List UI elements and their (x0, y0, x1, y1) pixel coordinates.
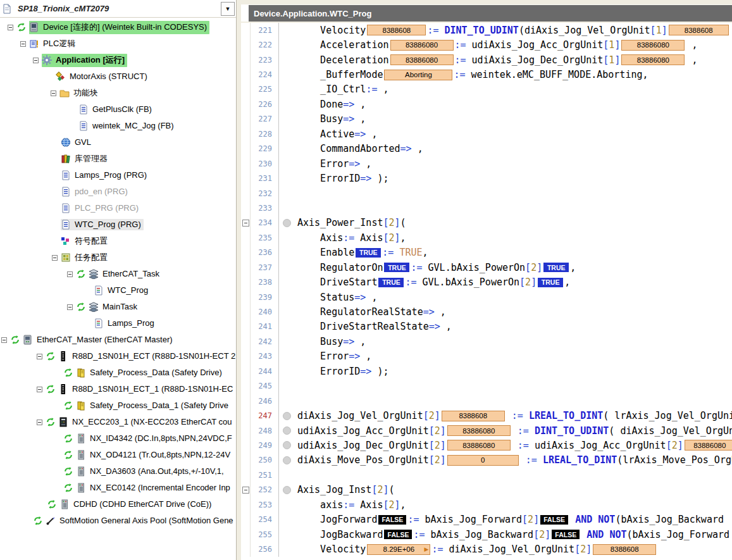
breakpoint-margin[interactable] (279, 453, 295, 468)
tree-item[interactable]: WTC_Prog (PRG) (0, 216, 236, 233)
breakpoint-margin[interactable] (279, 171, 295, 185)
monitor-value-box[interactable]: 83886080 (447, 425, 511, 436)
breakpoint-margin[interactable] (279, 127, 295, 141)
tree-item[interactable]: SoftMotion General Axis Pool (SoftMotion… (0, 513, 236, 529)
breakpoint-margin[interactable] (279, 53, 295, 67)
tree-item[interactable]: MainTask (0, 299, 236, 315)
breakpoint-bullet[interactable] (283, 412, 291, 420)
breakpoint-bullet[interactable] (283, 456, 291, 464)
code-editor[interactable]: 221 Velocity8388608:= DINT_TO_UDINT(diAx… (241, 23, 732, 560)
breakpoint-margin[interactable] (279, 156, 295, 171)
tree-item[interactable]: 符号配置 (0, 233, 236, 249)
breakpoint-margin[interactable] (279, 423, 295, 438)
monitor-value-box[interactable]: 83886080 (447, 440, 511, 451)
tree-item[interactable]: NX_OD4121 (Tr.Out,8pts,NPN,12-24V (0, 447, 236, 463)
breakpoint-margin[interactable] (279, 142, 295, 156)
tree-item[interactable]: CDHD (CDHD EtherCAT Drive (CoE)) (0, 496, 236, 513)
breakpoint-margin[interactable] (279, 497, 295, 512)
fold-toggle[interactable] (242, 220, 249, 227)
project-selector[interactable]: SP18_Trionix_cMT2079 ▼ (0, 0, 236, 18)
breakpoint-margin[interactable] (279, 230, 295, 245)
monitor-false-box[interactable]: FALSE (384, 530, 412, 539)
monitor-true-box[interactable]: TRUE (384, 263, 409, 272)
tree-item[interactable]: Lamps_Prog (PRG) (0, 167, 236, 184)
breakpoint-margin[interactable] (279, 112, 295, 127)
tree-item[interactable]: NX_ID4342 (DC.In,8pts,NPN,24VDC,F (0, 430, 236, 447)
tree-item[interactable]: Device [连接的] (Weintek Built-in CODESYS) (0, 19, 236, 35)
collapse-toggle[interactable] (67, 271, 73, 277)
monitor-false-box[interactable]: FALSE (378, 515, 406, 525)
tree-item[interactable]: 功能块 (0, 85, 236, 101)
breakpoint-margin[interactable] (279, 349, 295, 364)
collapse-toggle[interactable] (37, 354, 42, 359)
breakpoint-margin[interactable] (279, 408, 295, 423)
tree-item[interactable]: PLC_PRG (PRG) (0, 200, 236, 216)
monitor-value-box[interactable]: 8388608 (593, 544, 656, 555)
monitor-value-box[interactable]: 83886080 (621, 40, 685, 51)
breakpoint-margin[interactable] (279, 394, 295, 408)
collapse-toggle[interactable] (20, 41, 26, 47)
tree-item[interactable]: EtherCAT_Task (0, 266, 236, 282)
tree-item[interactable]: NX_ECC203_1 (NX-ECC203 EtherCAT cou (0, 414, 236, 430)
breakpoint-margin[interactable] (279, 290, 295, 304)
tree-item[interactable]: GetPlusClk (FB) (0, 101, 236, 118)
breakpoint-margin[interactable] (279, 304, 295, 319)
monitor-false-box[interactable]: FALSE (552, 530, 580, 539)
breakpoint-margin[interactable] (279, 334, 295, 349)
breakpoint-margin[interactable] (279, 186, 295, 201)
monitor-value-box[interactable]: 8.29E+06▶ (367, 544, 430, 555)
breakpoint-margin[interactable] (279, 468, 295, 482)
tree-item[interactable]: Lamps_Prog (0, 315, 236, 332)
breakpoint-margin[interactable] (279, 483, 295, 497)
monitor-value-box[interactable]: 8388608 (367, 25, 426, 35)
collapse-toggle[interactable] (37, 420, 42, 425)
tree-item[interactable]: R88D_1SN01H_ECT_1 (R88D-1SN01H-EC (0, 381, 236, 397)
collapse-toggle[interactable] (8, 25, 13, 30)
tree-item[interactable]: WTC_Prog (0, 282, 236, 299)
tree-item[interactable]: Safety_Process_Data (Safety Drive) (0, 364, 236, 381)
collapse-toggle[interactable] (52, 255, 58, 261)
breakpoint-margin[interactable] (279, 201, 295, 215)
breakpoint-margin[interactable] (279, 82, 295, 97)
monitor-value-box[interactable]: 0 (447, 455, 519, 466)
monitor-true-box[interactable]: TRUE (538, 278, 563, 287)
tree-item[interactable]: EtherCAT_Master (EtherCAT Master) (0, 332, 236, 348)
tree-item[interactable]: Safety_Process_Data_1 (Safety Drive (0, 397, 236, 414)
tree-item[interactable]: PLC逻辑 (0, 35, 236, 52)
breakpoint-margin[interactable] (279, 320, 295, 334)
breakpoint-margin[interactable] (279, 67, 295, 82)
tree-item[interactable]: 库管理器 (0, 151, 236, 167)
monitor-value-box[interactable]: 83886080 (390, 54, 454, 65)
breakpoint-bullet[interactable] (283, 219, 291, 227)
tree-item[interactable]: NX_DA3603 (Ana.Out,4pts,+/-10V,1, (0, 463, 236, 480)
tree-item[interactable]: pdo_en (PRG) (0, 184, 236, 200)
breakpoint-margin[interactable] (279, 275, 295, 289)
breakpoint-margin[interactable] (279, 438, 295, 452)
monitor-value-box[interactable]: 83886080 (390, 40, 454, 51)
collapse-toggle[interactable] (37, 387, 42, 392)
fold-toggle[interactable] (242, 487, 249, 494)
breakpoint-margin[interactable] (279, 364, 295, 378)
monitor-value-box[interactable]: 8388608 (442, 411, 505, 421)
tree-item[interactable]: weintek_MC_Jog (FB) (0, 118, 236, 134)
breakpoint-bullet[interactable] (283, 441, 291, 449)
breakpoint-margin[interactable] (279, 23, 295, 37)
monitor-value-box[interactable]: 83886080 (621, 54, 685, 65)
monitor-value-box[interactable]: 83886080 (685, 440, 732, 451)
tree-item[interactable]: GVL (0, 134, 236, 151)
breakpoint-margin[interactable] (279, 542, 295, 556)
breakpoint-margin[interactable] (279, 216, 295, 230)
monitor-true-box[interactable]: TRUE (543, 263, 569, 272)
collapse-toggle[interactable] (51, 90, 56, 96)
project-dropdown-button[interactable]: ▼ (221, 2, 235, 16)
monitor-value-box[interactable]: 8388608 (669, 25, 729, 35)
tree-item[interactable]: 任务配置 (0, 249, 236, 266)
tree-item[interactable]: Application [运行] (0, 52, 236, 68)
editor-tab-bar[interactable]: Device.Application.WTC_Prog (249, 4, 732, 22)
monitor-true-box[interactable]: TRUE (356, 248, 381, 258)
collapse-toggle[interactable] (33, 58, 39, 63)
breakpoint-margin[interactable] (279, 246, 295, 260)
breakpoint-margin[interactable] (279, 379, 295, 394)
tree-item[interactable]: R88D_1SN01H_ECT (R88D-1SN01H-ECT 2 (0, 348, 236, 364)
monitor-value-box[interactable]: Aborting (384, 70, 452, 80)
